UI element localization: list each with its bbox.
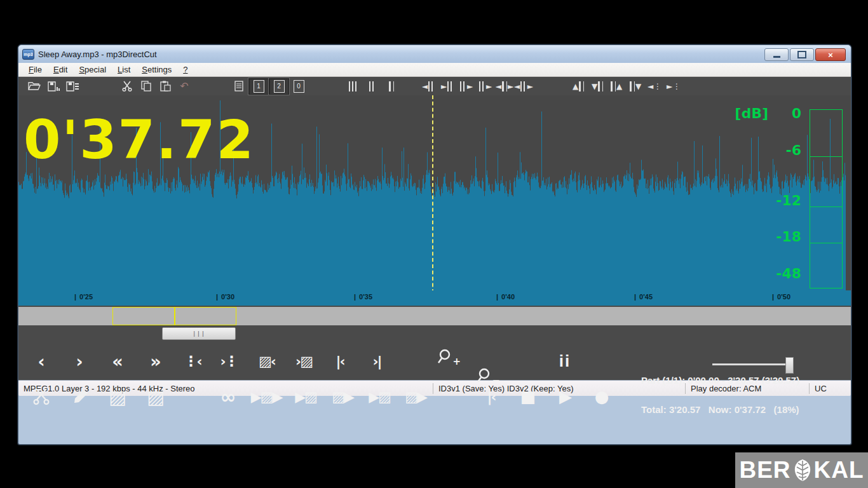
play-to-end-button[interactable]: ▶▨ xyxy=(365,384,393,409)
scrollbar-thumb[interactable]: | | | xyxy=(162,327,236,340)
split-right-button[interactable]: ►⋮ xyxy=(664,79,683,94)
cue-down-button[interactable]: ▼ xyxy=(588,79,607,94)
gain-button[interactable] xyxy=(344,79,363,94)
menu-file[interactable]: File xyxy=(24,64,47,76)
overview-bar[interactable] xyxy=(18,307,851,325)
prev-pause-button[interactable]: ⋮‹ xyxy=(179,348,207,374)
record-button[interactable]: ● xyxy=(588,384,616,409)
layer1-toggle[interactable]: 1 xyxy=(248,78,269,95)
ruler-tick: | xyxy=(772,293,774,301)
meter-line-12 xyxy=(810,207,842,207)
close-button[interactable]: × xyxy=(815,48,846,61)
play-cursor[interactable] xyxy=(432,95,433,290)
watermark-text: BER xyxy=(739,457,790,484)
go-start-button[interactable]: |‹ xyxy=(477,384,505,409)
menu-edit-rest: dit xyxy=(59,65,68,74)
ruler-tick: | xyxy=(74,293,76,301)
next-cut-button[interactable]: ›▨ xyxy=(290,348,318,374)
loop-button[interactable]: ∞ xyxy=(214,384,242,409)
scrollbar[interactable]: | | | xyxy=(18,325,851,342)
sel-end-button[interactable]: ›| xyxy=(363,348,391,374)
status-uc: UC xyxy=(810,383,851,394)
set-end-button[interactable]: ▨ xyxy=(142,384,170,409)
fade-bars-icon xyxy=(479,81,485,92)
layer2-toggle[interactable]: 2 xyxy=(269,78,289,95)
menu-help[interactable]: ? xyxy=(178,64,193,76)
next-pause-button[interactable]: ›⋮ xyxy=(215,348,243,374)
control-panel: ‹ › « » ⋮‹ ›⋮ ▨‹ ›▨ |‹ ›| + − ii ▨ ▨ ∞ xyxy=(18,342,851,380)
ruler-label: 0'35 xyxy=(359,293,372,301)
db-unit-label: [dB] xyxy=(730,105,768,121)
paste-button[interactable] xyxy=(156,79,175,94)
fade-in-start-button[interactable]: ◄ xyxy=(419,79,438,94)
play-from-cut-button[interactable]: ▨▶ xyxy=(329,384,356,409)
zoom-in-button[interactable]: + xyxy=(438,348,459,367)
pause-detect-button[interactable] xyxy=(382,79,401,94)
marker-prev-button[interactable]: ▲ xyxy=(607,79,626,94)
save-button[interactable] xyxy=(44,79,63,94)
play-from-start-button[interactable]: ▨▶ xyxy=(402,384,430,409)
save-disk-icon xyxy=(48,81,60,92)
file-info-button[interactable] xyxy=(229,79,248,94)
overview-cursor xyxy=(174,307,175,325)
normalize-button[interactable] xyxy=(363,79,382,94)
open-button[interactable] xyxy=(25,79,44,94)
split-left-button[interactable]: ◄⋮ xyxy=(645,79,664,94)
cue-icon xyxy=(598,81,603,92)
db-tick-6: -6 xyxy=(763,142,801,158)
layer0-toggle[interactable]: 0 xyxy=(289,79,308,94)
marker-next-button[interactable]: ▼ xyxy=(626,79,645,94)
pencil-icon xyxy=(72,388,89,405)
title-bar[interactable]: mp3 Sleep Away.mp3 - mp3DirectCut × xyxy=(18,45,851,63)
layer2-icon: 2 xyxy=(274,80,285,93)
layer1-icon: 1 xyxy=(254,80,264,93)
crop-button[interactable]: ◄► xyxy=(514,79,533,94)
maximize-button[interactable] xyxy=(790,48,814,61)
set-begin-button[interactable]: ▨ xyxy=(104,384,132,409)
volume-thumb[interactable] xyxy=(785,357,794,374)
menu-settings[interactable]: Settings xyxy=(137,64,177,76)
grip-icon: | | | xyxy=(193,330,204,337)
step-forward-button[interactable]: › xyxy=(65,348,93,374)
minimize-button[interactable] xyxy=(764,48,789,61)
crop-bars-icon xyxy=(520,81,527,92)
ruler-label: 0'25 xyxy=(79,293,93,301)
seek-forward-button[interactable]: » xyxy=(142,348,170,374)
menu-edit[interactable]: Edit xyxy=(48,64,72,76)
undo-icon[interactable]: ↶ xyxy=(180,80,188,92)
fade-in-end-button[interactable]: ► xyxy=(438,79,457,94)
volume-slider[interactable] xyxy=(712,357,794,372)
play-button[interactable]: ▶ xyxy=(552,384,580,409)
pause-button[interactable]: ii xyxy=(551,348,579,374)
time-ruler[interactable]: |0'25 |0'30 |0'35 |0'40 |0'45 |0'50 xyxy=(18,290,851,306)
ruler-tick: | xyxy=(216,293,218,301)
menu-list[interactable]: List xyxy=(112,64,135,76)
step-back-button[interactable]: ‹ xyxy=(27,348,55,374)
db-tick-18: -18 xyxy=(763,229,801,245)
seek-back-button[interactable]: « xyxy=(104,348,132,374)
play-to-cut-button[interactable]: ▶▨ xyxy=(292,384,320,409)
marker-icon xyxy=(630,81,635,92)
waveform-area[interactable]: 0'37.72 [dB] 0 -6 -12 -18 -48 xyxy=(18,95,851,290)
trim-button[interactable]: ◄► xyxy=(495,79,514,94)
cue-up-button[interactable]: ▲ xyxy=(569,79,588,94)
menu-bar: File Edit Special List Settings ? xyxy=(18,63,851,77)
prev-cut-button[interactable]: ▨‹ xyxy=(253,348,281,374)
save-selection-button[interactable] xyxy=(63,79,82,94)
meter-line-6 xyxy=(810,156,842,157)
menu-special-rest: pecial xyxy=(85,65,106,74)
stop-button[interactable]: ■ xyxy=(514,384,542,409)
menu-special[interactable]: Special xyxy=(74,64,111,76)
sel-start-button[interactable]: |‹ xyxy=(326,348,354,374)
cut-selection-button[interactable] xyxy=(27,384,55,409)
copy-button[interactable] xyxy=(137,79,156,94)
cut-button[interactable] xyxy=(118,79,137,94)
watermark: BER KAL xyxy=(735,452,868,488)
ruler-tick: | xyxy=(634,293,636,301)
fade-out-start-button[interactable]: ► xyxy=(457,79,476,94)
edit-button[interactable] xyxy=(67,384,95,409)
plus-sign: + xyxy=(452,356,461,367)
fade-out-end-button[interactable]: ► xyxy=(476,79,495,94)
ruler-label: 0'45 xyxy=(639,293,653,301)
play-around-cut-button[interactable]: ▶▨▶ xyxy=(252,384,280,409)
